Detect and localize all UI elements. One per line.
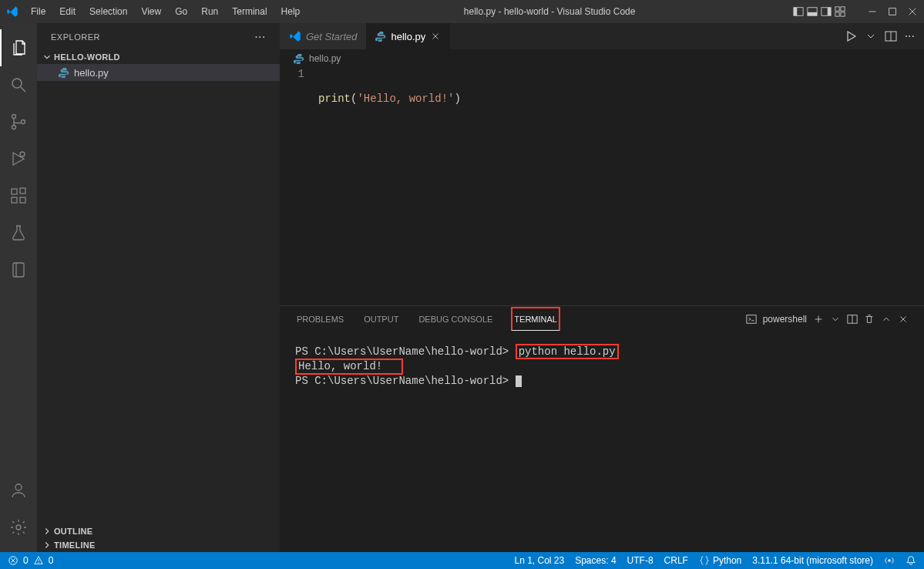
sidebar-more-icon[interactable]: ··· bbox=[254, 30, 266, 44]
trash-icon[interactable] bbox=[864, 314, 875, 325]
file-item[interactable]: hello.py bbox=[37, 64, 280, 81]
activity-extensions[interactable] bbox=[0, 177, 37, 214]
sidebar-explorer: EXPLORER ··· HELLO-WORLD hello.py OUTLIN… bbox=[37, 23, 280, 552]
activity-source-control[interactable] bbox=[0, 103, 37, 140]
activity-accounts[interactable] bbox=[0, 472, 37, 509]
menu-help[interactable]: Help bbox=[275, 3, 307, 20]
svg-rect-9 bbox=[841, 12, 845, 16]
maximize-panel-icon[interactable] bbox=[881, 314, 892, 325]
bell-icon[interactable] bbox=[906, 555, 916, 566]
close-panel-icon[interactable] bbox=[898, 314, 909, 325]
file-item-label: hello.py bbox=[74, 67, 109, 79]
section-outline[interactable]: OUTLINE bbox=[37, 524, 280, 538]
activity-other[interactable] bbox=[0, 251, 37, 288]
breadcrumb[interactable]: hello.py bbox=[280, 50, 924, 67]
terminal-shell-label[interactable]: powershell bbox=[763, 314, 807, 325]
panel-tab-output[interactable]: OUTPUT bbox=[362, 308, 400, 330]
run-icon[interactable] bbox=[845, 30, 857, 42]
line-gutter: 1 bbox=[280, 67, 318, 305]
editor-tab-actions: ··· bbox=[835, 23, 924, 49]
terminal-prompt: PS C:\Users\UserName\hello-world> bbox=[295, 375, 509, 387]
tab-hello-py[interactable]: hello.py bbox=[366, 23, 450, 49]
menu-edit[interactable]: Edit bbox=[53, 3, 82, 20]
more-actions-icon[interactable]: ··· bbox=[905, 29, 915, 43]
menu-file[interactable]: File bbox=[25, 3, 52, 20]
chevron-right-icon bbox=[42, 526, 52, 537]
chevron-down-icon bbox=[42, 52, 52, 62]
chevron-right-icon bbox=[42, 540, 52, 550]
code-content[interactable]: print('Hello, world!') bbox=[318, 67, 924, 305]
section-timeline-label: TIMELINE bbox=[54, 540, 96, 550]
main-area: EXPLORER ··· HELLO-WORLD hello.py OUTLIN… bbox=[0, 23, 924, 552]
terminal-prompt: PS C:\Users\UserName\hello-world> bbox=[295, 345, 509, 358]
statusbar: 0 0 Ln 1, Col 23 Spaces: 4 UTF-8 CRLF Py… bbox=[0, 552, 924, 569]
gear-icon bbox=[9, 518, 28, 537]
layout-controls bbox=[793, 6, 845, 17]
toggle-panel-left-icon[interactable] bbox=[793, 6, 804, 17]
python-file-icon bbox=[375, 31, 386, 42]
menu-view[interactable]: View bbox=[135, 3, 167, 20]
menu-go[interactable]: Go bbox=[169, 3, 193, 20]
menu-run[interactable]: Run bbox=[195, 3, 224, 20]
toggle-panel-right-icon[interactable] bbox=[821, 6, 832, 17]
error-icon[interactable] bbox=[8, 555, 18, 566]
broadcast-icon[interactable] bbox=[884, 555, 895, 566]
braces-icon bbox=[699, 555, 710, 566]
svg-line-15 bbox=[21, 87, 25, 92]
panel-tabs: PROBLEMS OUTPUT DEBUG CONSOLE TERMINAL p… bbox=[280, 306, 924, 332]
cursor-position[interactable]: Ln 1, Col 23 bbox=[514, 555, 564, 566]
svg-rect-23 bbox=[20, 188, 25, 194]
split-editor-icon[interactable] bbox=[885, 30, 897, 42]
code-token-fn: print bbox=[318, 93, 351, 105]
vscode-logo-icon bbox=[6, 5, 18, 18]
terminal-body[interactable]: PS C:\Users\UserName\hello-world> python… bbox=[280, 332, 924, 552]
bottom-panel: PROBLEMS OUTPUT DEBUG CONSOLE TERMINAL p… bbox=[280, 305, 924, 552]
section-timeline[interactable]: TIMELINE bbox=[37, 538, 280, 552]
search-icon bbox=[9, 76, 28, 94]
window-maximize-icon[interactable] bbox=[887, 6, 898, 17]
folder-root[interactable]: HELLO-WORLD bbox=[37, 50, 280, 64]
panel-tab-terminal[interactable]: TERMINAL bbox=[511, 307, 560, 331]
svg-rect-5 bbox=[828, 8, 831, 16]
svg-point-43 bbox=[38, 562, 39, 563]
breadcrumb-file: hello.py bbox=[309, 53, 341, 64]
editor-body[interactable]: 1 print('Hello, world!') bbox=[280, 67, 924, 305]
activity-explorer[interactable] bbox=[0, 29, 37, 66]
window-close-icon[interactable] bbox=[907, 6, 918, 17]
new-terminal-icon[interactable] bbox=[813, 314, 824, 325]
svg-rect-7 bbox=[841, 7, 845, 11]
eol[interactable]: CRLF bbox=[664, 555, 688, 566]
split-terminal-icon[interactable] bbox=[847, 314, 858, 325]
svg-point-26 bbox=[15, 484, 22, 490]
files-icon bbox=[10, 39, 29, 57]
panel-tab-debug-console[interactable]: DEBUG CONSOLE bbox=[417, 308, 494, 330]
chevron-down-icon[interactable] bbox=[830, 314, 841, 325]
activity-testing[interactable] bbox=[0, 214, 37, 251]
tab-label: hello.py bbox=[391, 31, 425, 42]
tab-get-started[interactable]: Get Started bbox=[280, 23, 366, 49]
python-interpreter[interactable]: 3.11.1 64-bit (microsoft store) bbox=[752, 555, 873, 566]
window-minimize-icon[interactable] bbox=[867, 6, 878, 17]
warning-icon[interactable] bbox=[33, 555, 44, 566]
warning-count[interactable]: 0 bbox=[49, 555, 54, 566]
menu-selection[interactable]: Selection bbox=[83, 3, 133, 20]
panel-tab-problems[interactable]: PROBLEMS bbox=[295, 308, 345, 330]
language-mode[interactable]: Python bbox=[699, 555, 741, 566]
section-outline-label: OUTLINE bbox=[54, 527, 92, 536]
svg-rect-22 bbox=[20, 197, 25, 203]
activity-search[interactable] bbox=[0, 66, 37, 103]
toggle-panel-bottom-icon[interactable] bbox=[807, 6, 818, 17]
activity-run-debug[interactable] bbox=[0, 140, 37, 177]
activity-bar bbox=[0, 23, 37, 552]
svg-rect-20 bbox=[12, 189, 17, 194]
book-icon bbox=[9, 261, 28, 279]
close-icon[interactable] bbox=[430, 31, 441, 42]
menu-terminal[interactable]: Terminal bbox=[226, 3, 273, 20]
customize-layout-icon[interactable] bbox=[835, 6, 845, 17]
activity-settings[interactable] bbox=[0, 509, 37, 546]
indentation[interactable]: Spaces: 4 bbox=[575, 555, 616, 566]
chevron-down-icon[interactable] bbox=[865, 30, 877, 42]
code-token-str: 'Hello, world!' bbox=[357, 93, 454, 105]
encoding[interactable]: UTF-8 bbox=[627, 555, 654, 566]
error-count[interactable]: 0 bbox=[23, 555, 29, 566]
